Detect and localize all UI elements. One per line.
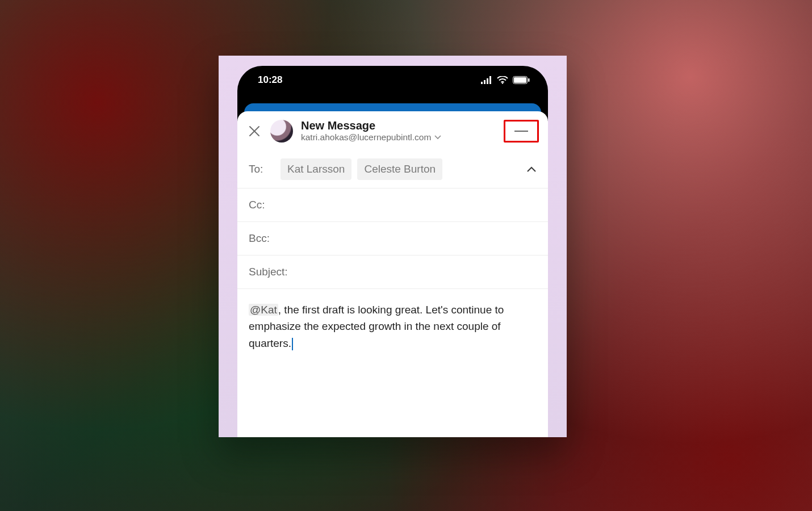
avatar bbox=[270, 120, 293, 143]
status-bar: 10:28 bbox=[237, 66, 548, 94]
svg-rect-7 bbox=[528, 78, 530, 82]
screenshot-frame: 10:28 New Message bbox=[219, 56, 567, 437]
minimize-icon bbox=[514, 131, 528, 132]
mention-chip[interactable]: @Kat bbox=[249, 304, 278, 316]
chevron-up-icon bbox=[526, 166, 537, 173]
subject-row[interactable]: Subject: bbox=[237, 255, 548, 288]
svg-rect-1 bbox=[484, 80, 485, 84]
wifi-icon bbox=[497, 76, 508, 84]
minimize-button[interactable] bbox=[504, 120, 539, 143]
cc-row[interactable]: Cc: bbox=[237, 188, 548, 221]
text-caret bbox=[292, 338, 293, 350]
svg-rect-0 bbox=[481, 82, 483, 84]
recipient-chip[interactable]: Kat Larsson bbox=[281, 158, 351, 180]
battery-icon bbox=[513, 76, 530, 84]
compose-title-block: New Message katri.ahokas@lucernepubintl.… bbox=[301, 119, 496, 143]
compose-body[interactable]: @Kat, the first draft is looking great. … bbox=[237, 288, 548, 363]
signal-icon bbox=[481, 76, 492, 84]
to-row[interactable]: To: Kat Larsson Celeste Burton bbox=[237, 150, 548, 188]
compose-title: New Message bbox=[301, 119, 496, 132]
cc-label: Cc: bbox=[249, 199, 275, 211]
close-icon bbox=[248, 125, 261, 137]
chevron-down-icon bbox=[434, 135, 441, 140]
collapse-recipients-button[interactable] bbox=[526, 163, 537, 175]
bcc-label: Bcc: bbox=[249, 232, 275, 245]
from-account[interactable]: katri.ahokas@lucernepubintl.com bbox=[301, 132, 496, 143]
close-button[interactable] bbox=[246, 123, 262, 139]
bcc-row[interactable]: Bcc: bbox=[237, 221, 548, 255]
to-label: To: bbox=[249, 163, 275, 175]
status-time: 10:28 bbox=[258, 74, 282, 86]
recipient-chip[interactable]: Celeste Burton bbox=[357, 158, 442, 180]
body-text: , the first draft is looking great. Let'… bbox=[249, 304, 504, 349]
svg-point-4 bbox=[502, 82, 504, 84]
svg-rect-3 bbox=[489, 76, 491, 84]
phone-body: 10:28 New Message bbox=[237, 66, 548, 437]
from-email: katri.ahokas@lucernepubintl.com bbox=[301, 132, 431, 143]
compose-header: New Message katri.ahokas@lucernepubintl.… bbox=[237, 111, 548, 150]
svg-rect-6 bbox=[514, 77, 526, 83]
compose-sheet: New Message katri.ahokas@lucernepubintl.… bbox=[237, 111, 548, 437]
svg-rect-2 bbox=[487, 78, 488, 84]
subject-label: Subject: bbox=[249, 266, 295, 278]
status-icons bbox=[481, 76, 530, 84]
